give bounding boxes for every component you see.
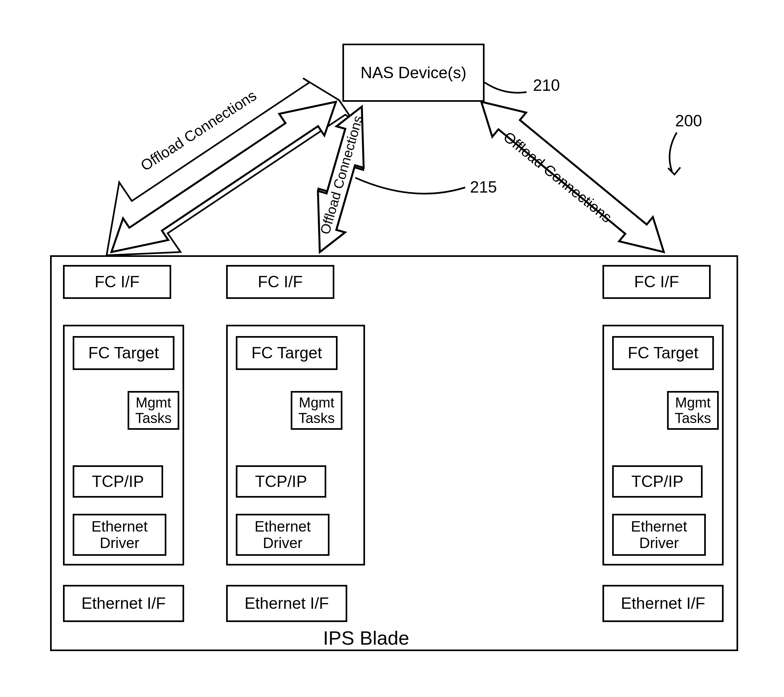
eth-if-2: Ethernet I/F — [226, 585, 347, 622]
mgmt-2-label: Mgmt Tasks — [298, 395, 335, 426]
ethdrv-3-label: Ethernet Driver — [631, 518, 687, 551]
ethdrv-1: Ethernet Driver — [72, 514, 166, 556]
fc-if-2: FC I/F — [226, 265, 334, 299]
ethdrv-1-label: Ethernet Driver — [91, 518, 148, 551]
tcpip-2-label: TCP/IP — [255, 473, 307, 491]
mgmt-3: Mgmt Tasks — [667, 391, 719, 430]
svg-marker-5 — [481, 102, 664, 252]
fc-target-3-label: FC Target — [628, 344, 698, 362]
leader-200 — [670, 132, 677, 171]
eth-if-2-label: Ethernet I/F — [245, 595, 329, 612]
mgmt-3-label: Mgmt Tasks — [675, 395, 711, 426]
fc-target-2: FC Target — [236, 336, 338, 370]
ips-blade-title: IPS Blade — [323, 627, 409, 649]
ref-215: 215 — [470, 178, 497, 196]
mgmt-1: Mgmt Tasks — [128, 391, 179, 430]
eth-if-1-label: Ethernet I/F — [81, 595, 166, 612]
tcpip-1-label: TCP/IP — [92, 473, 144, 491]
fc-target-1: FC Target — [72, 336, 175, 370]
ethdrv-2: Ethernet Driver — [236, 514, 329, 556]
fc-target-2-label: FC Target — [251, 344, 322, 362]
fc-if-3-label: FC I/F — [634, 273, 679, 291]
tcpip-3-label: TCP/IP — [631, 473, 683, 491]
nas-box-label: NAS Device(s) — [361, 64, 466, 82]
fc-if-1-label: FC I/F — [95, 273, 140, 291]
ref-200: 200 — [675, 112, 702, 130]
nas-box: NAS Device(s) — [343, 44, 484, 102]
mgmt-1-label: Mgmt Tasks — [135, 395, 171, 426]
leader-210 — [484, 82, 527, 93]
tcpip-2: TCP/IP — [236, 465, 326, 498]
fc-if-3: FC I/F — [603, 265, 711, 299]
mgmt-2: Mgmt Tasks — [291, 391, 343, 430]
fc-if-2-label: FC I/F — [258, 273, 303, 291]
tcpip-1: TCP/IP — [72, 465, 163, 498]
eth-if-3-label: Ethernet I/F — [621, 595, 705, 612]
fc-target-1-label: FC Target — [88, 344, 159, 362]
offload-arrow-right — [481, 102, 664, 252]
ref-210: 210 — [533, 76, 560, 95]
ethdrv-2-label: Ethernet Driver — [255, 518, 311, 551]
tcpip-3: TCP/IP — [612, 465, 703, 498]
fc-if-1: FC I/F — [63, 265, 171, 299]
fc-target-3: FC Target — [612, 336, 714, 370]
eth-if-3: Ethernet I/F — [603, 585, 724, 622]
ethdrv-3: Ethernet Driver — [612, 514, 706, 556]
leader-215 — [355, 178, 465, 194]
eth-if-1: Ethernet I/F — [63, 585, 184, 622]
